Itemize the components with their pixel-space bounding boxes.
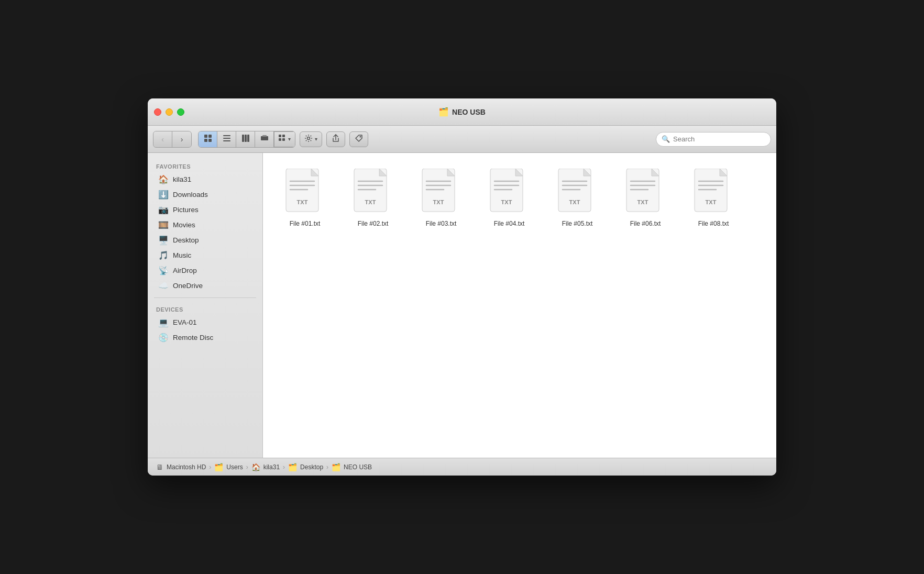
content-area: Favorites 🏠 kila31 ⬇️ Downloads 📷 Pictur…	[148, 153, 776, 458]
txt-icon: TXT	[488, 169, 530, 216]
sidebar-item-pictures[interactable]: 📷 Pictures	[150, 202, 260, 217]
sidebar-item-music[interactable]: 🎵 Music	[150, 248, 260, 263]
file-name: File #06.txt	[630, 220, 661, 228]
svg-point-16	[307, 137, 310, 140]
sidebar-item-kila31[interactable]: 🏠 kila31	[150, 172, 260, 187]
back-icon: ‹	[161, 135, 164, 144]
maximize-button[interactable]	[177, 108, 184, 116]
sidebar-item-desktop[interactable]: 🖥️ Desktop	[150, 233, 260, 248]
sidebar-item-label: EVA-01	[173, 318, 197, 326]
svg-rect-9	[247, 135, 249, 142]
music-icon: 🎵	[158, 250, 169, 260]
sidebar-item-label: Music	[173, 251, 191, 259]
statusbar: 🖥Macintosh HD›🗂️Users›🏠kila31›🗂️Desktop›…	[148, 458, 776, 476]
sidebar-item-label: OneDrive	[173, 282, 203, 290]
breadcrumb-item-neo-usb[interactable]: 🗂️NEO USB	[332, 463, 372, 471]
sidebar-item-onedrive[interactable]: ☁️ OneDrive	[150, 278, 260, 293]
view-buttons: ▾	[198, 131, 295, 148]
titlebar: 🗂️ NEO USB	[148, 98, 776, 126]
airdrop-icon: 📡	[158, 266, 169, 275]
svg-text:TXT: TXT	[501, 199, 512, 205]
sidebar-item-airdrop[interactable]: 📡 AirDrop	[150, 263, 260, 278]
search-box[interactable]: 🔍	[656, 132, 771, 147]
breadcrumb-text: NEO USB	[344, 463, 372, 471]
sidebar-item-label: Downloads	[173, 191, 208, 198]
home-icon: 🏠	[158, 174, 169, 184]
svg-rect-4	[223, 135, 230, 136]
sidebar-item-label: Desktop	[173, 236, 199, 244]
traffic-lights	[154, 108, 184, 116]
share-button[interactable]	[326, 131, 345, 147]
svg-rect-3	[208, 139, 212, 142]
breadcrumb-text: kila31	[263, 463, 280, 471]
file-item[interactable]: TXT File #03.txt	[410, 163, 472, 233]
view-list-button[interactable]	[217, 131, 236, 147]
txt-icon: TXT	[284, 169, 326, 216]
file-name: File #08.txt	[698, 220, 729, 228]
file-area: TXT File #01.txt TXT File #02.txt TXT Fi…	[263, 153, 776, 458]
svg-text:TXT: TXT	[706, 199, 717, 205]
sidebar-item-label: Pictures	[173, 206, 199, 214]
breadcrumb-text: Macintosh HD	[167, 463, 206, 471]
onedrive-icon: ☁️	[158, 281, 169, 291]
downloads-icon: ⬇️	[158, 190, 169, 200]
svg-rect-2	[204, 139, 207, 142]
arrange-button[interactable]: ▾	[274, 131, 295, 147]
movies-icon: 🎞️	[158, 220, 169, 230]
file-item[interactable]: TXT File #01.txt	[273, 163, 336, 233]
sidebar-item-eva01[interactable]: 💻 EVA-01	[150, 315, 260, 330]
finder-window: 🗂️ NEO USB ‹ ›	[148, 98, 776, 476]
pictures-icon: 📷	[158, 205, 169, 215]
file-item[interactable]: TXT File #08.txt	[682, 163, 745, 233]
search-icon: 🔍	[662, 135, 670, 143]
sidebar-item-movies[interactable]: 🎞️ Movies	[150, 217, 260, 233]
file-grid: TXT File #01.txt TXT File #02.txt TXT Fi…	[273, 163, 766, 233]
file-item[interactable]: TXT File #04.txt	[478, 163, 541, 233]
tag-button[interactable]	[349, 131, 368, 147]
view-cover-button[interactable]	[255, 131, 274, 147]
file-name: File #04.txt	[494, 220, 525, 228]
arrange-dropdown-icon: ▾	[288, 136, 291, 142]
file-item[interactable]: TXT File #02.txt	[342, 163, 404, 233]
desktop-icon: 🖥️	[158, 235, 169, 245]
file-item[interactable]: TXT File #05.txt	[546, 163, 609, 233]
file-name: File #05.txt	[562, 220, 593, 228]
view-icon-button[interactable]	[199, 131, 217, 147]
nav-buttons: ‹ ›	[153, 131, 192, 148]
sidebar-item-label: AirDrop	[173, 267, 197, 274]
svg-point-17	[360, 136, 361, 138]
action-dropdown-icon: ▾	[315, 136, 317, 142]
favorites-label: Favorites	[148, 159, 262, 172]
file-item[interactable]: TXT File #06.txt	[614, 163, 677, 233]
share-icon	[332, 134, 340, 144]
txt-icon: TXT	[556, 169, 598, 216]
search-input[interactable]	[673, 135, 765, 143]
breadcrumb-icon: 🖥	[156, 463, 163, 471]
sidebar-item-remote-disc[interactable]: 💿 Remote Disc	[150, 330, 260, 345]
sidebar-item-downloads[interactable]: ⬇️ Downloads	[150, 187, 260, 202]
svg-rect-0	[204, 135, 207, 138]
arrange-grid-icon	[279, 135, 286, 144]
laptop-icon: 💻	[158, 317, 169, 327]
view-column-button[interactable]	[236, 131, 255, 147]
svg-rect-14	[279, 138, 281, 141]
breadcrumb-item-users[interactable]: 🗂️Users	[214, 463, 243, 471]
breadcrumb-item-desktop[interactable]: 🗂️Desktop	[288, 463, 323, 471]
breadcrumb-text: Desktop	[300, 463, 323, 471]
breadcrumb-item-kila31[interactable]: 🏠kila31	[251, 463, 280, 471]
svg-rect-13	[282, 135, 285, 137]
svg-rect-15	[282, 138, 285, 141]
back-button[interactable]: ‹	[153, 131, 172, 147]
minimize-button[interactable]	[166, 108, 173, 116]
close-button[interactable]	[154, 108, 161, 116]
action-button[interactable]: ▾	[300, 131, 322, 147]
file-name: File #02.txt	[358, 220, 389, 228]
sidebar-item-label: kila31	[173, 175, 191, 183]
svg-rect-6	[223, 140, 230, 141]
txt-icon: TXT	[692, 169, 734, 216]
forward-button[interactable]: ›	[172, 131, 191, 147]
breadcrumb-item-macintosh-hd[interactable]: 🖥Macintosh HD	[156, 463, 206, 471]
breadcrumb-separator: ›	[283, 463, 285, 471]
txt-icon: TXT	[624, 169, 666, 216]
breadcrumb-icon: 🗂️	[288, 463, 297, 471]
